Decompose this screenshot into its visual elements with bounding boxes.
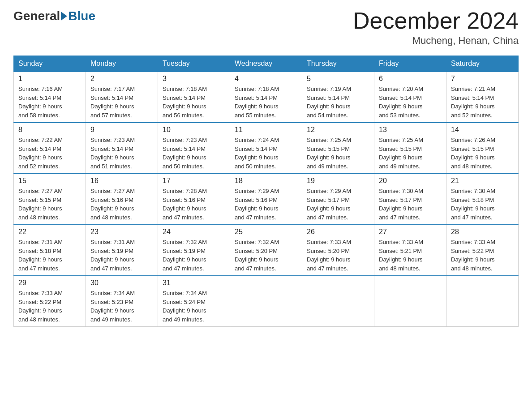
day-number: 3 [163,75,225,83]
day-info: Sunrise: 7:27 AM Sunset: 5:16 PM Dayligh… [90,187,153,222]
day-info: Sunrise: 7:29 AM Sunset: 5:17 PM Dayligh… [307,187,369,222]
day-info: Sunrise: 7:32 AM Sunset: 5:19 PM Dayligh… [163,238,225,273]
calendar-cell: 15 Sunrise: 7:27 AM Sunset: 5:15 PM Dayl… [14,174,86,225]
day-info: Sunrise: 7:28 AM Sunset: 5:16 PM Dayligh… [163,187,225,222]
calendar-cell [230,276,302,327]
day-info: Sunrise: 7:32 AM Sunset: 5:20 PM Dayligh… [235,238,297,273]
page-header: General Blue December 2024 Mucheng, Hena… [13,9,519,47]
calendar-cell: 19 Sunrise: 7:29 AM Sunset: 5:17 PM Dayl… [302,174,374,225]
day-number: 30 [90,279,153,287]
calendar-cell: 8 Sunrise: 7:22 AM Sunset: 5:14 PM Dayli… [14,123,86,174]
calendar-cell [446,276,519,327]
calendar-cell: 21 Sunrise: 7:30 AM Sunset: 5:18 PM Dayl… [446,174,519,225]
day-number: 4 [235,75,297,83]
day-number: 2 [90,75,153,83]
day-number: 15 [18,177,81,185]
day-info: Sunrise: 7:16 AM Sunset: 5:14 PM Dayligh… [18,85,81,120]
day-number: 20 [379,177,442,185]
calendar-cell: 3 Sunrise: 7:18 AM Sunset: 5:14 PM Dayli… [158,72,230,123]
calendar-cell: 9 Sunrise: 7:23 AM Sunset: 5:14 PM Dayli… [86,123,158,174]
day-info: Sunrise: 7:23 AM Sunset: 5:14 PM Dayligh… [163,136,225,171]
weekday-header-sunday: Sunday [14,56,86,72]
calendar-cell: 17 Sunrise: 7:28 AM Sunset: 5:16 PM Dayl… [158,174,230,225]
day-info: Sunrise: 7:30 AM Sunset: 5:17 PM Dayligh… [379,187,442,222]
day-info: Sunrise: 7:27 AM Sunset: 5:15 PM Dayligh… [18,187,81,222]
calendar-cell: 4 Sunrise: 7:18 AM Sunset: 5:14 PM Dayli… [230,72,302,123]
calendar-cell: 27 Sunrise: 7:33 AM Sunset: 5:21 PM Dayl… [374,225,446,276]
day-number: 7 [451,75,514,83]
calendar-cell: 20 Sunrise: 7:30 AM Sunset: 5:17 PM Dayl… [374,174,446,225]
day-info: Sunrise: 7:33 AM Sunset: 5:22 PM Dayligh… [451,238,514,273]
day-number: 9 [90,126,153,134]
day-number: 22 [18,228,81,236]
day-number: 6 [379,75,442,83]
calendar-week-row: 1 Sunrise: 7:16 AM Sunset: 5:14 PM Dayli… [14,72,519,123]
day-number: 13 [379,126,442,134]
day-number: 1 [18,75,81,83]
day-number: 24 [163,228,225,236]
calendar-cell: 23 Sunrise: 7:31 AM Sunset: 5:19 PM Dayl… [86,225,158,276]
day-number: 28 [451,228,514,236]
weekday-header-friday: Friday [374,56,446,72]
calendar-cell: 22 Sunrise: 7:31 AM Sunset: 5:18 PM Dayl… [14,225,86,276]
day-number: 17 [163,177,225,185]
calendar-table: SundayMondayTuesdayWednesdayThursdayFrid… [13,56,519,327]
day-info: Sunrise: 7:20 AM Sunset: 5:14 PM Dayligh… [379,85,442,120]
day-info: Sunrise: 7:33 AM Sunset: 5:21 PM Dayligh… [379,238,442,273]
weekday-header-wednesday: Wednesday [230,56,302,72]
day-info: Sunrise: 7:17 AM Sunset: 5:14 PM Dayligh… [90,85,153,120]
day-number: 10 [163,126,225,134]
calendar-cell: 11 Sunrise: 7:24 AM Sunset: 5:14 PM Dayl… [230,123,302,174]
day-number: 8 [18,126,81,134]
day-info: Sunrise: 7:22 AM Sunset: 5:14 PM Dayligh… [18,136,81,171]
day-info: Sunrise: 7:26 AM Sunset: 5:15 PM Dayligh… [451,136,514,171]
calendar-cell: 25 Sunrise: 7:32 AM Sunset: 5:20 PM Dayl… [230,225,302,276]
day-info: Sunrise: 7:31 AM Sunset: 5:19 PM Dayligh… [90,238,153,273]
day-info: Sunrise: 7:25 AM Sunset: 5:15 PM Dayligh… [307,136,369,171]
day-info: Sunrise: 7:18 AM Sunset: 5:14 PM Dayligh… [163,85,225,120]
day-info: Sunrise: 7:24 AM Sunset: 5:14 PM Dayligh… [235,136,297,171]
day-info: Sunrise: 7:33 AM Sunset: 5:20 PM Dayligh… [307,238,369,273]
calendar-cell: 5 Sunrise: 7:19 AM Sunset: 5:14 PM Dayli… [302,72,374,123]
location-title: Mucheng, Henan, China [353,35,519,47]
day-info: Sunrise: 7:34 AM Sunset: 5:24 PM Dayligh… [163,289,225,324]
weekday-header-saturday: Saturday [446,56,519,72]
calendar-cell: 6 Sunrise: 7:20 AM Sunset: 5:14 PM Dayli… [374,72,446,123]
day-number: 21 [451,177,514,185]
calendar-cell: 24 Sunrise: 7:32 AM Sunset: 5:19 PM Dayl… [158,225,230,276]
month-title: December 2024 [353,9,519,32]
day-number: 29 [18,279,81,287]
day-info: Sunrise: 7:29 AM Sunset: 5:16 PM Dayligh… [235,187,297,222]
day-info: Sunrise: 7:23 AM Sunset: 5:14 PM Dayligh… [90,136,153,171]
day-number: 14 [451,126,514,134]
calendar-cell: 1 Sunrise: 7:16 AM Sunset: 5:14 PM Dayli… [14,72,86,123]
calendar-cell: 10 Sunrise: 7:23 AM Sunset: 5:14 PM Dayl… [158,123,230,174]
calendar-week-row: 15 Sunrise: 7:27 AM Sunset: 5:15 PM Dayl… [14,174,519,225]
calendar-cell [302,276,374,327]
calendar-cell: 14 Sunrise: 7:26 AM Sunset: 5:15 PM Dayl… [446,123,519,174]
calendar-cell: 12 Sunrise: 7:25 AM Sunset: 5:15 PM Dayl… [302,123,374,174]
day-number: 25 [235,228,297,236]
day-number: 27 [379,228,442,236]
day-info: Sunrise: 7:30 AM Sunset: 5:18 PM Dayligh… [451,187,514,222]
day-number: 11 [235,126,297,134]
title-section: December 2024 Mucheng, Henan, China [353,9,519,47]
day-number: 26 [307,228,369,236]
calendar-week-row: 29 Sunrise: 7:33 AM Sunset: 5:22 PM Dayl… [14,276,519,327]
day-info: Sunrise: 7:21 AM Sunset: 5:14 PM Dayligh… [451,85,514,120]
calendar-cell: 30 Sunrise: 7:34 AM Sunset: 5:23 PM Dayl… [86,276,158,327]
day-info: Sunrise: 7:33 AM Sunset: 5:22 PM Dayligh… [18,289,81,324]
weekday-header-thursday: Thursday [302,56,374,72]
calendar-cell: 29 Sunrise: 7:33 AM Sunset: 5:22 PM Dayl… [14,276,86,327]
calendar-cell: 2 Sunrise: 7:17 AM Sunset: 5:14 PM Dayli… [86,72,158,123]
day-info: Sunrise: 7:18 AM Sunset: 5:14 PM Dayligh… [235,85,297,120]
day-number: 19 [307,177,369,185]
calendar-cell: 18 Sunrise: 7:29 AM Sunset: 5:16 PM Dayl… [230,174,302,225]
day-number: 12 [307,126,369,134]
day-number: 23 [90,228,153,236]
calendar-week-row: 22 Sunrise: 7:31 AM Sunset: 5:18 PM Dayl… [14,225,519,276]
logo: General Blue [13,9,95,23]
calendar-cell: 26 Sunrise: 7:33 AM Sunset: 5:20 PM Dayl… [302,225,374,276]
logo-general-text: General [13,9,60,23]
calendar-cell: 28 Sunrise: 7:33 AM Sunset: 5:22 PM Dayl… [446,225,519,276]
